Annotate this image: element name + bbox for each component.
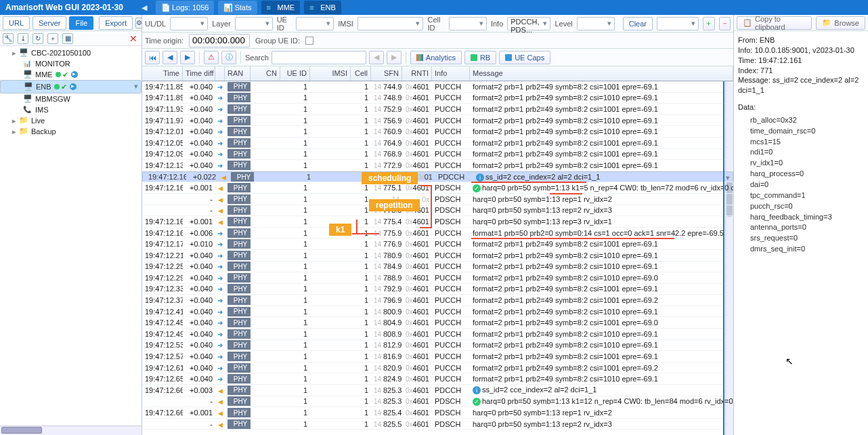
server-button[interactable]: Server (32, 16, 66, 30)
tree-item[interactable]: ENB✔ (0, 80, 142, 94)
col-header[interactable] (215, 66, 225, 81)
tree-item[interactable]: MONITOR (0, 58, 142, 69)
imsi-select[interactable] (357, 17, 424, 30)
plus-icon[interactable]: ＋ (47, 33, 58, 44)
table-row[interactable]: 19:47:12.059+0.040PHY1114 764.90x4601PUC… (142, 138, 733, 149)
table-row[interactable]: 19:47:12.259+0.040PHY1114 784.90x4601PUC… (142, 262, 733, 273)
table-row[interactable]: 19:47:12.169+0.006PHY1114 775.90x4601PUC… (142, 228, 733, 239)
table-row[interactable]: 19:47:12.339+0.040PHY1114 792.90x4601PUC… (142, 284, 733, 295)
table-row[interactable]: 19:47:12.659+0.040PHY1114 824.90x4601PUC… (142, 373, 733, 385)
col-header[interactable]: RNTI (402, 66, 432, 81)
tab-logs[interactable]: Logs: 1056 (156, 1, 214, 14)
table-row[interactable]: -PHY1114 825.50x4601PDSCHharq=0 prb=50 s… (142, 419, 733, 430)
info-icon[interactable]: ⓘ (221, 51, 236, 64)
imsi-label: IMSI (338, 20, 353, 28)
table-row[interactable]: 19:47:11.859+0.040PHY1114 744.90x4601PUC… (142, 81, 733, 93)
table-row[interactable]: -PHY1114 775.30x4601PDSCHharq=0 prb=50 s… (142, 205, 733, 217)
col-header[interactable]: Cell (351, 66, 371, 81)
nav-first-icon[interactable]: ⏮ (145, 51, 160, 64)
clear-button[interactable]: Clear (623, 17, 653, 30)
group-ueid-checkbox[interactable] (305, 37, 313, 45)
table-row[interactable]: 19:47:12.163+0.001PHY1114 775.40x4601PDS… (142, 216, 733, 228)
table-row[interactable]: 19:47:12.379+0.040PHY1114 796.90x4601PUC… (142, 295, 733, 306)
tree-item[interactable]: ▸CBC-2021050100 (0, 47, 142, 58)
table-row[interactable]: 19:47:12.663+0.001PHY1114 825.40x4601PDS… (142, 407, 733, 419)
analytics-button[interactable]: Analytics (410, 51, 462, 64)
col-header[interactable]: Message (470, 66, 733, 81)
uldl-select[interactable] (170, 17, 208, 30)
col-header[interactable]: SFN (371, 66, 402, 81)
col-header[interactable]: Info (432, 66, 470, 81)
remove-filter-icon[interactable]: － (719, 17, 731, 30)
uecaps-icon (505, 54, 512, 61)
tree-item[interactable]: MME✔ (0, 69, 142, 80)
refresh-icon[interactable]: ↻ (32, 33, 43, 44)
url-button[interactable]: URL (3, 16, 30, 30)
table-row[interactable]: 19:47:12.139+0.040PHY1114 772.90x4601PUC… (142, 160, 733, 171)
col-header[interactable]: Time diff (183, 66, 215, 81)
table-row[interactable]: 19:47:12.019+0.040PHY1114 760.90x4601PUC… (142, 126, 733, 138)
arrow-down-icon[interactable]: ⤓ (18, 33, 28, 44)
table-row[interactable]: 19:47:12.579+0.040PHY1114 816.90x4601PUC… (142, 351, 733, 362)
warning-icon[interactable]: ⚠ (204, 51, 219, 64)
tab-stats[interactable]: Stats (218, 1, 257, 14)
table-row[interactable]: 19:47:11.979+0.040PHY1114 756.90x4601PUC… (142, 115, 733, 127)
saved-filter-select[interactable] (657, 17, 699, 30)
table-row[interactable]: 19:47:12.459+0.040PHY1114 804.90x4601PUC… (142, 317, 733, 329)
table-row[interactable]: 19:47:12.539+0.040PHY1114 812.90x4601PUC… (142, 340, 733, 352)
search-next-icon[interactable]: ▶ (387, 51, 402, 64)
file-button[interactable]: File (69, 16, 93, 30)
table-row[interactable]: 19:47:12.162+0.001PHY1114 775.10x4601PDS… (142, 182, 733, 194)
col-header[interactable]: IMSI (310, 66, 351, 81)
table-row[interactable]: 19:47:12.619+0.040PHY1114 820.90x4601PUC… (142, 362, 733, 374)
left-hscroll[interactable] (0, 426, 142, 435)
grid-icon[interactable]: ▦ (62, 33, 73, 44)
uecaps-button[interactable]: UE Caps (499, 51, 550, 64)
table-row[interactable]: 19:47:12.219+0.040PHY1114 780.90x4601PUC… (142, 250, 733, 262)
table-row[interactable]: 19:47:11.939+0.040PHY1114 752.90x4601PUC… (142, 104, 733, 115)
level-select[interactable] (577, 17, 615, 30)
browse-button[interactable]: 📁Browse (816, 16, 865, 30)
wrench-icon[interactable]: 🔧 (3, 33, 14, 44)
table-row[interactable]: 19:47:12.099+0.040PHY1114 768.90x4601PUC… (142, 149, 733, 161)
layer-badge: PHY (227, 419, 251, 429)
col-header[interactable]: RAN (225, 66, 251, 81)
tab-enb[interactable]: ENB (304, 1, 341, 14)
ueid-select[interactable] (296, 17, 334, 30)
info-select[interactable]: PDCCH, PDS... (507, 17, 550, 30)
tree-item[interactable]: ▸Backup (0, 126, 142, 137)
table-row[interactable]: -PHY1114 825.30x4601PDSCH✓harq=0 prb=50 … (142, 396, 733, 408)
layer-select[interactable] (235, 17, 273, 30)
grid-body[interactable]: scheduling repetition k1 19:47:11.859+0.… (142, 81, 733, 435)
time-origin-input[interactable] (189, 34, 250, 47)
tree-item[interactable]: MBMSGW (0, 94, 142, 104)
copy-clipboard-button[interactable]: 📋Copy to clipboard (737, 16, 812, 30)
cellid-select[interactable] (449, 17, 487, 30)
col-header[interactable]: Time (142, 66, 183, 81)
table-row[interactable]: 19:47:11.899+0.040PHY1114 748.90x4601PUC… (142, 93, 733, 104)
nav-next-icon[interactable]: ▶ (180, 51, 195, 64)
search-input[interactable] (272, 51, 366, 64)
topbar: Amarisoft Web GUI 2023-01-30 ◀ Logs: 105… (0, 0, 868, 15)
table-row[interactable]: 19:47:12.179+0.010PHY1114 776.90x4601PUC… (142, 239, 733, 250)
tree[interactable]: ▸CBC-2021050100MONITORMME✔ENB✔MBMSGWIMS▸… (0, 46, 142, 426)
rb-button[interactable]: RB (464, 51, 496, 64)
close-icon[interactable]: ✕ (128, 33, 139, 44)
nav-prev-icon[interactable]: ◀ (162, 51, 177, 64)
tab-mme[interactable]: MME (261, 1, 301, 14)
collapse-left-icon[interactable]: ◀ (138, 3, 150, 12)
export-button[interactable]: Export (99, 16, 133, 30)
search-prev-icon[interactable]: ◀ (369, 51, 384, 64)
tree-item[interactable]: IMS (0, 104, 142, 115)
add-filter-icon[interactable]: ＋ (703, 17, 714, 30)
table-row[interactable]: 19:47:12.161+0.022PHY1114 0x01PDCCHiss_i… (142, 171, 733, 183)
table-row[interactable]: -PHY1114 0xPDSCHharq=0 prb=50 symb=1:13 … (142, 194, 733, 205)
table-row[interactable]: 19:47:12.419+0.040PHY1114 800.90x4601PUC… (142, 306, 733, 318)
layer-badge: PHY (227, 374, 251, 384)
table-row[interactable]: 19:47:12.499+0.040PHY1114 808.90x4601PUC… (142, 329, 733, 340)
table-row[interactable]: 19:47:12.299+0.040PHY1114 788.90x4601PUC… (142, 272, 733, 284)
col-header[interactable]: UE ID (280, 66, 310, 81)
tree-item[interactable]: ▸Live (0, 115, 142, 126)
col-header[interactable]: CN (251, 66, 280, 81)
table-row[interactable]: 19:47:12.662+0.003PHY1114 825.30x4601PDC… (142, 385, 733, 396)
